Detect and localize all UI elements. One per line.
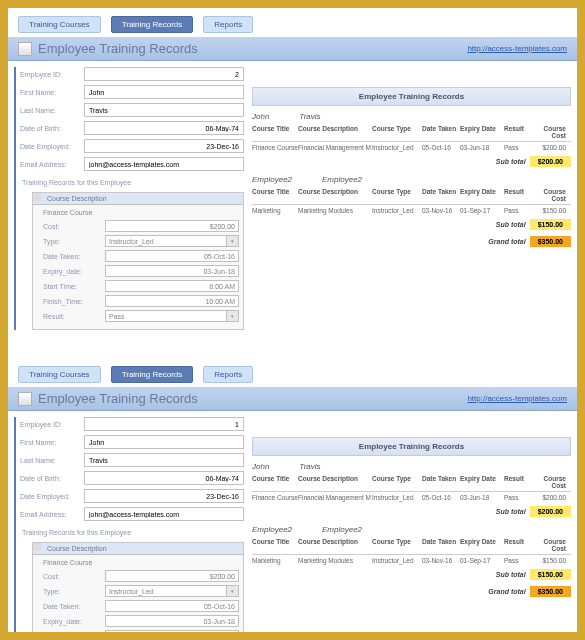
report-group-name: JohnTravis [252, 110, 571, 123]
input-date-employed[interactable] [84, 489, 244, 503]
training-subform: Course Description Finance Course Cost:$… [32, 192, 244, 330]
subtotal-value: $200.00 [530, 156, 571, 167]
label-cost: Cost: [43, 223, 105, 230]
label-employee-id: Employee ID: [20, 421, 84, 428]
label-date-employed: Date Employed: [20, 143, 84, 150]
subtotal-row: Sub total$150.00 [252, 219, 571, 230]
record-selector-icon[interactable] [33, 543, 41, 551]
col-cost: Course Cost [528, 125, 566, 139]
form-instance-0: Training Courses Training Records Report… [8, 8, 577, 330]
tab-training-records[interactable]: Training Records [111, 16, 194, 33]
subtotal-value: $150.00 [530, 219, 571, 230]
input-expiry[interactable]: 03-Jun-18 [105, 615, 239, 627]
report-row: MarketingMarketing ModulesInstructor_Led… [252, 555, 571, 566]
input-cost[interactable]: $200.00 [105, 570, 239, 582]
report-row: Marketing Marketing Modules Instructor_L… [252, 205, 571, 216]
subtotal-row: Sub total$150.00 [252, 569, 571, 580]
report-columns: Course TitleCourse DescriptionCourse Typ… [252, 536, 571, 555]
subtotal-value: $200.00 [530, 506, 571, 517]
input-first-name[interactable] [84, 85, 244, 99]
label-expiry: Expiry_date: [43, 618, 105, 625]
input-start-time[interactable]: 8:00 AM [105, 280, 239, 292]
input-employee-id[interactable] [84, 417, 244, 431]
report-columns: Course Title Course Description Course T… [252, 186, 571, 205]
input-start-time[interactable]: 8:00 AM [105, 630, 239, 632]
grand-total-value: $350.00 [530, 586, 571, 597]
subform-header-course-desc: Course Description [43, 543, 111, 554]
combo-type[interactable]: Instructor_Led▾ [105, 235, 239, 247]
input-email[interactable] [84, 157, 244, 171]
input-date-employed[interactable] [84, 139, 244, 153]
report-panel: Employee Training Records JohnTravis Cou… [252, 417, 571, 632]
training-subform: Course Description Finance Course Cost:$… [32, 542, 244, 632]
input-last-name[interactable] [84, 453, 244, 467]
label-email: Email Address: [20, 511, 84, 518]
input-dob[interactable] [84, 121, 244, 135]
label-result: Result: [43, 313, 105, 320]
chevron-down-icon: ▾ [226, 236, 238, 246]
report-columns: Course Title Course Description Course T… [252, 123, 571, 142]
col-title: Course Title [252, 125, 298, 139]
input-email[interactable] [84, 507, 244, 521]
label-cost: Cost: [43, 573, 105, 580]
input-employee-id[interactable] [84, 67, 244, 81]
input-dob[interactable] [84, 471, 244, 485]
col-taken: Date Taken [422, 125, 460, 139]
external-link[interactable]: http://access-templates.com [467, 394, 567, 403]
label-date-employed: Date Employed: [20, 493, 84, 500]
label-finish-time: Finish_Time: [43, 298, 105, 305]
label-email: Email Address: [20, 161, 84, 168]
report-title: Employee Training Records [252, 87, 571, 106]
tab-reports[interactable]: Reports [203, 366, 253, 383]
col-desc: Course Description [298, 125, 372, 139]
input-date-taken[interactable]: 05-Oct-16 [105, 250, 239, 262]
col-expiry: Expiry Date [460, 125, 504, 139]
form-panel: Employee ID: First Name: Last Name: Date… [14, 417, 244, 632]
grand-total-value: $350.00 [530, 236, 571, 247]
report-row: Finance CourseFinancial Management MInst… [252, 492, 571, 503]
record-selector-icon[interactable] [33, 193, 41, 201]
form-icon [18, 392, 32, 406]
external-link[interactable]: http://access-templates.com [467, 44, 567, 53]
title-bar: Employee Training Records http://access-… [8, 387, 577, 411]
label-first-name: First Name: [20, 439, 84, 446]
input-cost[interactable]: $200.00 [105, 220, 239, 232]
tab-training-courses[interactable]: Training Courses [18, 366, 101, 383]
label-date-taken: Date Taken: [43, 603, 105, 610]
form-panel: Employee ID: First Name: Last Name: Date… [14, 67, 244, 330]
chevron-down-icon: ▾ [226, 586, 238, 596]
input-date-taken[interactable]: 05-Oct-16 [105, 600, 239, 612]
label-start-time: Start Time: [43, 283, 105, 290]
label-date-taken: Date Taken: [43, 253, 105, 260]
subform-course-desc-value: Finance Course [43, 209, 239, 216]
label-dob: Date of Birth: [20, 475, 84, 482]
grand-total-row: Grand total$350.00 [252, 586, 571, 597]
report-columns: Course TitleCourse DescriptionCourse Typ… [252, 473, 571, 492]
input-last-name[interactable] [84, 103, 244, 117]
input-expiry[interactable]: 03-Jun-18 [105, 265, 239, 277]
subform-header-course-desc: Course Description [43, 193, 111, 204]
title-bar: Employee Training Records http://access-… [8, 37, 577, 61]
combo-result[interactable]: Pass▾ [105, 310, 239, 322]
subtotal-value: $150.00 [530, 569, 571, 580]
report-panel: Employee Training Records JohnTravis Cou… [252, 67, 571, 330]
label-first-name: First Name: [20, 89, 84, 96]
page-title: Employee Training Records [38, 41, 198, 56]
label-type: Type: [43, 238, 105, 245]
input-finish-time[interactable]: 10:00 AM [105, 295, 239, 307]
label-type: Type: [43, 588, 105, 595]
subtotal-row: Sub total$200.00 [252, 506, 571, 517]
input-first-name[interactable] [84, 435, 244, 449]
tab-reports[interactable]: Reports [203, 16, 253, 33]
label-dob: Date of Birth: [20, 125, 84, 132]
tab-bar: Training Courses Training Records Report… [8, 358, 577, 387]
tab-training-courses[interactable]: Training Courses [18, 16, 101, 33]
chevron-down-icon: ▾ [226, 311, 238, 321]
col-type: Course Type [372, 125, 422, 139]
combo-type[interactable]: Instructor_Led▾ [105, 585, 239, 597]
tab-training-records[interactable]: Training Records [111, 366, 194, 383]
label-employee-id: Employee ID: [20, 71, 84, 78]
subform-course-desc-value: Finance Course [43, 559, 239, 566]
report-group-name: JohnTravis [252, 460, 571, 473]
label-last-name: Last Name: [20, 457, 84, 464]
